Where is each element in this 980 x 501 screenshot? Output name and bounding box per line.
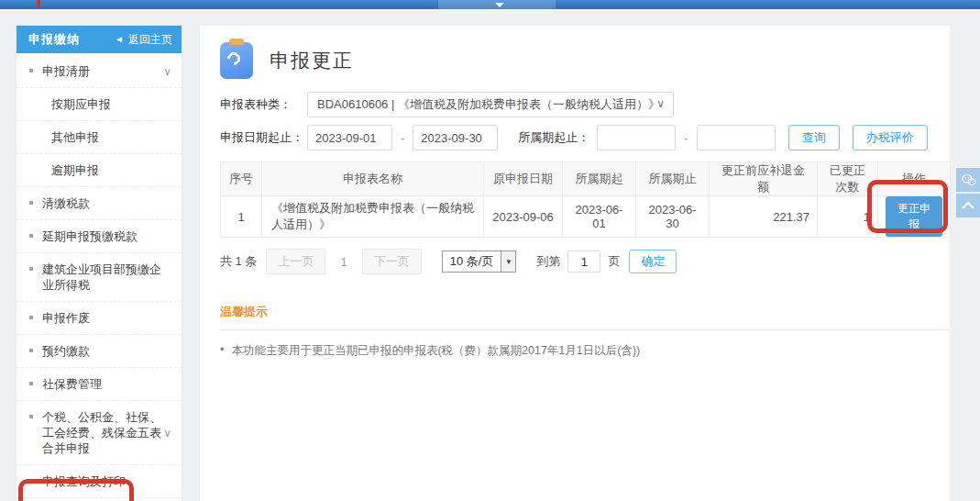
header-seq: 序号 [221, 162, 262, 196]
title-row: 申报更正 [220, 40, 950, 81]
table-header-row: 序号 申报表名称 原申报日期 所属期起 所属期止 更正前应补退金额 已更正次数 … [221, 162, 951, 196]
form-type-label: 申报表种类： [220, 96, 307, 113]
topbar [0, 0, 980, 9]
confirm-button[interactable]: 确定 [629, 250, 677, 273]
sidebar: 申报缴纳 ◄ 返回主页 申报清册 ∨ 按期应申报 其他申报 逾期申报 清缴税款 [17, 26, 182, 501]
query-button[interactable]: 查询 [788, 125, 840, 150]
sidebar-title: 申报缴纳 [28, 31, 80, 48]
sidebar-item-periodic-declaration[interactable]: 按期应申报 [17, 88, 182, 121]
header-times: 已更正次数 [818, 162, 878, 196]
pagination: 共 1 条 上一页 1 下一页 10 条/页 ▼ 到第 页 确定 [220, 249, 950, 274]
current-page[interactable]: 1 [340, 255, 347, 269]
sidebar-item-construction-prepay[interactable]: 建筑企业项目部预缴企业所得税 [17, 253, 182, 302]
sidebar-item-social-insurance[interactable]: 社保费管理 [17, 368, 182, 401]
next-page-button[interactable]: 下一页 [362, 249, 422, 274]
tips-title: 温馨提示 [220, 304, 950, 330]
sidebar-item-deferred-prepay[interactable]: 延期申报预缴税款 [17, 220, 182, 253]
bullet-icon [29, 234, 33, 238]
floating-widgets [956, 168, 980, 219]
page-unit-label: 页 [608, 253, 620, 270]
sidebar-header: 申报缴纳 ◄ 返回主页 [17, 26, 182, 53]
back-home-button[interactable]: ◄ 返回主页 [115, 32, 172, 48]
tips-item: • 本功能主要用于更正当期已申报的申报表(税（费）款属期2017年1月1日以后(… [220, 343, 950, 359]
date-range-dash: - [401, 131, 404, 145]
chevron-up-icon [961, 201, 975, 210]
clipboard-clip [229, 39, 244, 45]
filter-row-type: 申报表种类： BDA0610606 | 《增值税及附加税费申报表（一般纳税人适用… [220, 92, 950, 117]
header-orig-date: 原申报日期 [484, 162, 563, 196]
sidebar-menu: 申报清册 ∨ 按期应申报 其他申报 逾期申报 清缴税款 延期申报预缴税款 建筑企… [17, 53, 182, 501]
page-size-value: 10 条/页 [450, 253, 494, 270]
refresh-ring [225, 50, 243, 68]
cell-period-end: 2023-06-30 [636, 196, 710, 238]
header-form-name: 申报表名称 [262, 162, 484, 196]
cell-orig-date: 2023-09-06 [484, 196, 563, 238]
bullet-icon [29, 69, 33, 72]
main-panel: 申报更正 申报表种类： BDA0610606 | 《增值税及附加税费申报表（一般… [200, 26, 950, 501]
declaration-table: 序号 申报表名称 原申报日期 所属期起 所属期止 更正前应补退金额 已更正次数 … [220, 161, 951, 238]
prev-page-button[interactable]: 上一页 [266, 249, 325, 274]
header-action: 操作 [878, 162, 951, 196]
cell-period-start: 2023-06-01 [563, 196, 636, 238]
declare-date-from-input[interactable] [307, 125, 392, 150]
sidebar-item-query-print[interactable]: 申报查询及打印 [17, 465, 182, 498]
tips-text: 本功能主要用于更正当期已申报的申报表(税（费）款属期2017年1月1日以后(含)… [231, 343, 640, 359]
period-range-label: 所属期起止： [518, 129, 589, 146]
filter-row-dates: 申报日期起止： - 所属期起止： - 查询 办税评价 [220, 125, 950, 150]
table-row: 1 《增值税及附加税费申报表（一般纳税人适用）》 2023-09-06 2023… [221, 196, 951, 238]
bullet-icon [29, 201, 33, 205]
cell-seq: 1 [221, 196, 262, 238]
back-home-label: 返回主页 [128, 32, 172, 48]
page-title: 申报更正 [270, 48, 354, 73]
header-period-end: 所属期止 [636, 162, 710, 196]
topbar-expand-icon[interactable] [495, 3, 504, 7]
bullet-icon [29, 316, 33, 319]
tax-evaluation-button[interactable]: 办税评价 [853, 125, 928, 150]
chevron-down-icon[interactable]: ∨ [163, 425, 171, 440]
form-type-value: BDA0610606 | 《增值税及附加税费申报表（一般纳税人适用）》 [317, 96, 660, 113]
page-size-select[interactable]: 10 条/页 ▼ [442, 250, 517, 273]
tips-section: 温馨提示 • 本功能主要用于更正当期已申报的申报表(税（费）款属期2017年1月… [220, 304, 950, 359]
header-amount: 更正前应补退金额 [710, 162, 818, 196]
sidebar-item-declaration-void[interactable]: 申报作废 [17, 302, 182, 335]
period-range-dash: - [684, 131, 688, 145]
dropdown-arrow-icon: ▼ [501, 251, 515, 272]
header-period-start: 所属期起 [563, 162, 636, 196]
sidebar-item-combined-five-forms[interactable]: 个税、公积金、社保、工会经费、残保金五表合并申报 ∨ [17, 401, 182, 465]
wechat-icon[interactable] [956, 168, 980, 192]
cell-amount: 221.37 [710, 196, 818, 238]
correct-declaration-button[interactable]: 更正申报 [886, 196, 942, 237]
chevron-down-icon[interactable]: ∨ [163, 63, 171, 79]
sidebar-item-other-declaration[interactable]: 其他申报 [17, 121, 182, 154]
red-annotation-tick [37, 0, 40, 7]
period-from-input[interactable] [597, 125, 676, 150]
bullet-icon [29, 349, 33, 352]
declare-date-label: 申报日期起止： [220, 129, 307, 146]
bullet-icon [29, 382, 33, 385]
period-to-input[interactable] [697, 125, 776, 150]
sidebar-item-scheduled-payment[interactable]: 预约缴款 [17, 335, 182, 368]
declare-date-to-input[interactable] [413, 125, 498, 150]
sidebar-item-declaration-list[interactable]: 申报清册 ∨ [17, 55, 182, 88]
cell-form-name: 《增值税及附加税费申报表（一般纳税人适用）》 [262, 196, 484, 238]
bullet-icon [29, 479, 33, 483]
bullet-icon [29, 267, 33, 271]
form-type-select[interactable]: BDA0610606 | 《增值税及附加税费申报表（一般纳税人适用）》 ∨ [307, 92, 674, 117]
cell-action: 更正申报 [878, 196, 951, 238]
sidebar-item-settle-tax[interactable]: 清缴税款 [17, 187, 182, 220]
bullet-icon: • [220, 343, 224, 359]
goto-page-input[interactable] [567, 250, 600, 273]
cell-times: 1 [818, 196, 878, 238]
total-count: 共 1 条 [220, 253, 257, 270]
sidebar-item-overdue-declaration[interactable]: 逾期申报 [17, 154, 182, 187]
goto-label: 到第 [536, 253, 560, 270]
filter-form: 申报表种类： BDA0610606 | 《增值税及附加税费申报表（一般纳税人适用… [220, 92, 950, 150]
clipboard-refresh-icon [220, 42, 253, 79]
back-to-top-button[interactable] [956, 194, 980, 217]
back-arrow-icon: ◄ [115, 35, 124, 44]
chevron-down-icon: ∨ [656, 97, 665, 110]
bullet-icon [29, 415, 33, 418]
